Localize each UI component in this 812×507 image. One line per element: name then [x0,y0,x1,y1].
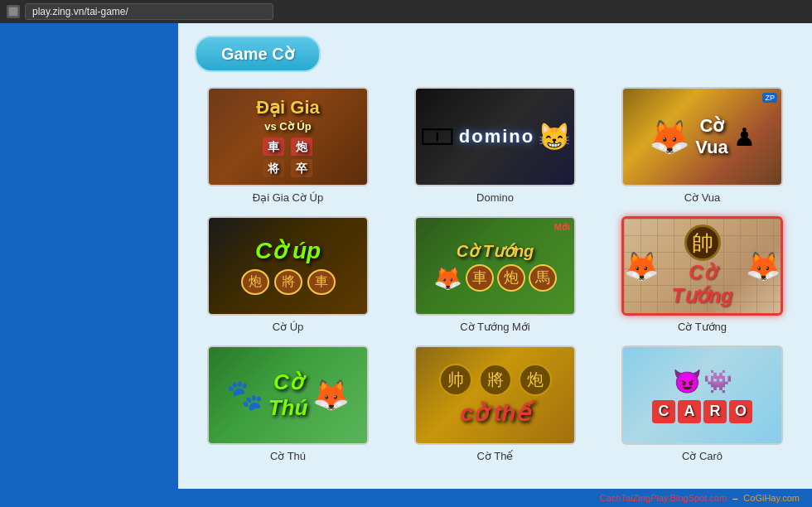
browser-icon [7,5,20,18]
url-bar[interactable]: play.zing.vn/tai-game/ [25,3,273,20]
co-tuong-moi-title: Cờ Tướng [433,241,557,261]
game-thumb-co-tuong-moi: Mới Cờ Tướng 🦊 車 炮 馬 [414,216,576,316]
game-thumb-co-up: Cờ úp 炮 將 車 [207,216,369,316]
co-up-title: Cờ úp [241,237,336,264]
domino-title: domino [459,126,534,147]
footer-site2: CoGiHay.com [743,493,800,503]
co-tuong-title: Cờ Tướng [662,261,742,307]
game-label-co-the: Cờ Thế [477,450,514,462]
game-item-co-the[interactable]: 帅 將 炮 cờ thế Cờ Thế [402,345,588,462]
co-thu-title: CờThú [268,369,308,421]
caro-r: R [703,400,727,423]
footer-site1: CachTaiZingPlay.BlogSpot.com [600,493,727,503]
co-vua-title: CờVua [695,115,728,158]
game-label-co-thu: Cờ Thú [270,450,306,462]
zp-badge: ZP [762,93,777,103]
game-label-co-caro: Cờ Carô [682,450,723,462]
svg-rect-1 [9,7,17,16]
caro-o: O [729,400,752,423]
game-thumb-co-tuong: 🦊 帥 Cờ Tướng 🦊 [621,216,783,316]
game-thumb-co-the: 帅 將 炮 cờ thế [414,345,576,445]
game-item-co-tuong-moi[interactable]: Mới Cờ Tướng 🦊 車 炮 馬 Cờ Tướng Mới [402,216,588,333]
game-grid: Đại Gia vs Cờ Úp 車 炮 将 卒 Đại Gia Cờ Úp [195,87,795,462]
sidebar [0,23,178,489]
section-title: Game Cờ [221,45,294,63]
game-thumb-co-vua: ZP 🦊 CờVua ♟ [621,87,783,186]
game-thumb-dai-gia: Đại Gia vs Cờ Úp 車 炮 将 卒 [207,87,369,186]
caro-a: A [678,400,701,423]
game-label-co-vua: Cờ Vua [684,191,721,204]
footer-text: CachTaiZingPlay.BlogSpot.com – CoGiHay.c… [600,493,800,503]
game-label-co-tuong-moi: Cờ Tướng Mới [460,321,530,333]
game-item-domino[interactable]: 🀱 domino 😸 Domino [402,87,588,204]
moi-badge: Mới [554,222,570,233]
game-item-co-thu[interactable]: 🐾 CờThú 🦊 Cờ Thú [195,345,381,462]
content-area: Game Cờ Đại Gia vs Cờ Úp 車 炮 将 [178,23,812,489]
game-item-dai-gia-co-up[interactable]: Đại Gia vs Cờ Úp 車 炮 将 卒 Đại Gia Cờ Úp [195,87,381,204]
main-layout: Game Cờ Đại Gia vs Cờ Úp 車 炮 将 [0,23,812,489]
game-thumb-co-caro: 😈 👾 C A R O [621,345,783,445]
co-the-title: cờ thế [439,399,552,427]
address-bar: play.zing.vn/tai-game/ [0,0,812,23]
game-thumb-domino: 🀱 domino 😸 [414,87,576,186]
game-label-dai-gia: Đại Gia Cờ Úp [253,191,323,204]
game-label-domino: Domino [476,191,514,204]
game-title-dai-gia: Đại Gia vs Cờ Úp 車 炮 将 卒 [256,96,320,177]
game-thumb-co-thu: 🐾 CờThú 🦊 [207,345,369,445]
section-header: Game Cờ [195,36,321,72]
game-item-co-up[interactable]: Cờ úp 炮 將 車 Cờ Úp [195,216,381,333]
caro-c: C [652,400,675,423]
footer: CachTaiZingPlay.BlogSpot.com – CoGiHay.c… [0,489,812,507]
game-item-co-tuong[interactable]: 🦊 帥 Cờ Tướng 🦊 Cờ Tướng [609,216,795,333]
footer-separator: – [730,493,740,503]
game-item-co-vua[interactable]: ZP 🦊 CờVua ♟ Cờ Vua [609,87,795,204]
game-label-co-tuong: Cờ Tướng [678,321,727,333]
game-item-co-caro[interactable]: 😈 👾 C A R O Cờ Carô [609,345,795,462]
game-label-co-up: Cờ Úp [273,321,304,333]
